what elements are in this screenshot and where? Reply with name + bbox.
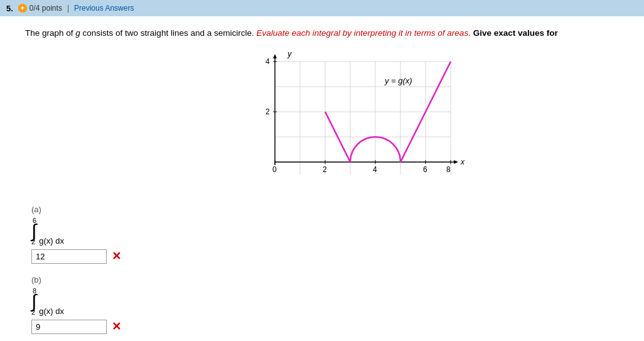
content-area: The graph of g consists of two straight …: [0, 16, 644, 341]
label-x2: 2: [323, 165, 327, 174]
graph-container: y: [50, 49, 619, 193]
part-b-label: (b): [31, 275, 619, 284]
question-number: 5.: [6, 4, 13, 13]
part-b-input[interactable]: [31, 320, 107, 334]
parts-section: (a) 6 ∫ 2 g(x) dx ✕ (b) 8 ∫ 2: [31, 205, 619, 334]
x-axis-label-text: x: [460, 158, 465, 166]
label-y4: 4: [266, 57, 270, 66]
header-bar: 5. + 0/4 points | Previous Answers: [0, 0, 644, 16]
integral-a-integrand: g(x) dx: [39, 236, 64, 246]
part-a-wrong-icon: ✕: [112, 249, 121, 263]
previous-answers-link[interactable]: Previous Answers: [74, 4, 134, 13]
graph-label: y = g(x): [384, 76, 412, 85]
y-axis-label: y: [287, 49, 292, 58]
integral-b-integrand: g(x) dx: [39, 306, 64, 316]
label-x0: 0: [272, 165, 277, 174]
grid-horizontal: [275, 62, 451, 162]
part-a-input[interactable]: [31, 249, 107, 264]
label-x4: 4: [373, 165, 377, 174]
label-x6: 6: [423, 165, 427, 174]
part-b-wrong-icon: ✕: [112, 320, 121, 333]
bold-text: Give exact values for: [473, 28, 558, 38]
label-y2: 2: [266, 107, 270, 116]
part-a-label: (a): [31, 205, 619, 214]
problem-text: The graph of g consists of two straight …: [25, 26, 619, 40]
points-text: 0/4 points: [30, 4, 62, 13]
graph-svg: y: [218, 49, 451, 193]
x-axis-arrow: [454, 160, 458, 164]
integral-a-limits: 6 ∫ 2: [31, 217, 36, 246]
integral-a-lower: 2: [31, 238, 35, 246]
part-b-answer-row: ✕: [31, 320, 619, 334]
separator: |: [67, 4, 69, 13]
highlight-text: Evaluate each integral by interpreting i…: [256, 28, 470, 38]
plus-icon: +: [18, 4, 27, 13]
label-x8: 8: [446, 165, 451, 174]
part-b-integral: 8 ∫ 2 g(x) dx: [31, 287, 619, 316]
grid-vertical: [300, 62, 451, 175]
part-a-integral: 6 ∫ 2 g(x) dx: [31, 217, 619, 246]
y-axis-arrow: [273, 54, 277, 58]
integral-b-lower: 2: [31, 308, 35, 316]
integral-b-limits: 8 ∫ 2: [31, 287, 36, 316]
part-a: (a) 6 ∫ 2 g(x) dx ✕: [31, 205, 619, 264]
part-b: (b) 8 ∫ 2 g(x) dx ✕: [31, 275, 619, 334]
points-badge: + 0/4 points: [18, 4, 62, 13]
part-a-answer-row: ✕: [31, 249, 619, 264]
